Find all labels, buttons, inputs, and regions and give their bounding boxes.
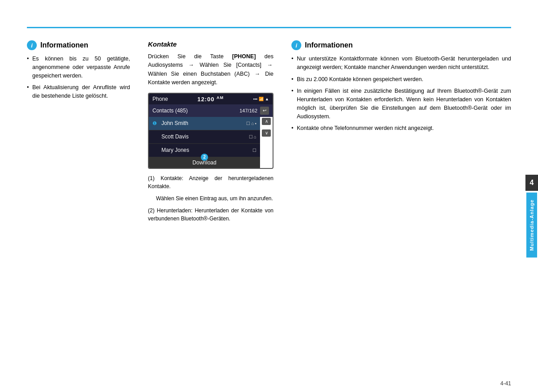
middle-column: Kontakte Drücken Sie die Taste [PHONE] d…	[139, 40, 282, 374]
arrow-1: →	[188, 61, 194, 69]
contacts-right: 147/162 ↩	[239, 107, 269, 115]
contact-1-left: ❶ John Smith	[152, 120, 188, 126]
info-icon-right: i	[291, 40, 301, 50]
phone-body: ❶ John Smith ☐ ⌂ ▪ Scott Davis	[149, 117, 273, 168]
contacts-count: 147/162	[239, 108, 257, 113]
chapter-number: 4	[525, 175, 538, 191]
phone-icon-2: ☐	[249, 134, 253, 139]
sim-icon: ▪	[255, 121, 256, 126]
contact-1-name: John Smith	[161, 120, 188, 126]
kontakte-title: Kontakte	[148, 40, 273, 48]
phone-label: [PHONE]	[232, 53, 256, 60]
info-icon-left: i	[27, 40, 37, 50]
download-number: 2	[201, 154, 208, 161]
right-info-header: i Informationen	[291, 40, 511, 50]
phone-header: Phone 12:00 AM ▪▪▪ 📶 ▲	[149, 94, 273, 104]
phone-icon-3: ☐	[252, 148, 256, 153]
left-bullet-2: Bei Aktualisierung der Anrufliste wird d…	[27, 83, 130, 100]
contact-rows: ❶ John Smith ☐ ⌂ ▪ Scott Davis	[149, 117, 260, 168]
contact-row-2[interactable]: Scott Davis ☐ ⌂	[149, 130, 260, 144]
right-column: i Informationen Nur unterstütze Kontaktf…	[282, 40, 511, 374]
numbered-notes: (1) Kontakte: Anzeige der herunter­gelad…	[148, 174, 273, 223]
contact-3-left: Mary Jones	[152, 147, 189, 153]
left-bullet-1: Es können bis zu 50 getätigte, angenomme…	[27, 55, 130, 80]
side-tab-label: Multimedia-Anlage	[526, 193, 537, 258]
phone-status-icons: ▪▪▪ 📶 ▲	[253, 97, 269, 101]
home-icon-2: ⌂	[254, 134, 256, 139]
contact-3-name: Mary Jones	[161, 147, 189, 153]
arrow-2: →	[267, 61, 273, 69]
home-icon: ⌂	[251, 121, 254, 126]
note-1-text: Kontakte: Anzeige der herunter­geladenen…	[148, 175, 273, 190]
right-info-title: Informationen	[305, 41, 353, 49]
note-1-num: (1)	[148, 175, 155, 181]
contact-row-1[interactable]: ❶ John Smith ☐ ⌂ ▪	[149, 117, 260, 130]
note-1-sub: Wählen Sie einen Eintrag aus, um ihn anz…	[148, 194, 273, 203]
right-bullet-4: Kontakte ohne Telefonnummer werden nicht…	[291, 124, 511, 133]
scroll-controls: ∧ ∨	[260, 117, 273, 168]
phone-time: 12:00 AM	[197, 95, 224, 103]
scroll-up-button[interactable]: ∧	[262, 118, 271, 125]
page-number: 4-41	[500, 380, 511, 387]
scroll-down-button[interactable]: ∨	[262, 129, 271, 137]
page-content: i Informationen Es können bis zu 50 getä…	[27, 40, 511, 374]
contact-2-icons: ☐ ⌂	[249, 134, 256, 139]
arrow-3: →	[255, 70, 260, 78]
right-bullet-2: Bis zu 2.000 Kontakte können gespeichert…	[291, 75, 511, 84]
note-2-num: (2)	[148, 207, 155, 214]
right-info-bullets: Nur unterstütze Kontaktformate können vo…	[291, 55, 511, 133]
phone-ui: Phone 12:00 AM ▪▪▪ 📶 ▲ Contacts (485) 14…	[148, 93, 273, 169]
contacts-bar: Contacts (485) 147/162 ↩	[149, 104, 273, 117]
kontakte-intro: Drücken Sie die Taste [PHONE] des Audios…	[148, 52, 273, 87]
top-rule	[27, 27, 511, 28]
right-bullet-1: Nur unterstütze Kontaktformate können vo…	[291, 55, 511, 72]
note-1: (1) Kontakte: Anzeige der herunter­gelad…	[148, 174, 273, 191]
download-bar[interactable]: 2 Download	[149, 157, 260, 168]
contacts-label: Contacts (485)	[152, 108, 188, 114]
left-column: i Informationen Es können bis zu 50 getä…	[27, 40, 139, 374]
note-2-text: Herunterladen: Herunterladen der Kontakt…	[148, 207, 273, 222]
phone-icon: ☐	[246, 121, 250, 126]
left-info-title: Informationen	[40, 41, 88, 49]
wifi-icon: ▲	[265, 97, 269, 101]
contact-2-name: Scott Davis	[161, 134, 189, 140]
contact-2-left: Scott Davis	[152, 134, 189, 140]
contact-3-icons: ☐	[252, 148, 256, 153]
contact-1-icons: ☐ ⌂ ▪	[246, 121, 256, 126]
left-info-header: i Informationen	[27, 40, 130, 50]
left-info-bullets: Es können bis zu 50 getätigte, angenomme…	[27, 55, 130, 100]
right-bullet-3: In einigen Fällen ist eine zusätzliche B…	[291, 87, 511, 121]
signal-icon: 📶	[259, 97, 264, 101]
side-tab: 4 Multimedia-Anlage	[525, 40, 538, 392]
note-2: (2) Herunterladen: Herunterladen der Kon…	[148, 207, 273, 223]
back-button[interactable]: ↩	[260, 107, 269, 115]
phone-label-left: Phone	[152, 96, 168, 102]
contact-1-num: ❶	[152, 121, 159, 126]
battery-icon: ▪▪▪	[253, 97, 257, 101]
